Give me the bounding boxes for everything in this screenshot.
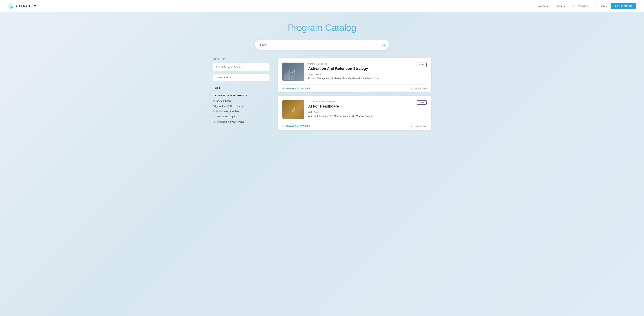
chevron-down-icon: ▾: [564, 4, 565, 8]
difficulty-icon: [410, 87, 413, 90]
search-button[interactable]: [381, 42, 386, 48]
chevron-down-icon: ▾: [548, 4, 550, 8]
sidebar-item-ai-product-manager[interactable]: AI Product Manager: [213, 115, 270, 118]
sidebar: FILTER BY Select Program Details ▾ Indus…: [213, 58, 270, 130]
program-card-healthcare: School of Artificial Intelligence AI For…: [278, 96, 431, 130]
program-card-activation: School of Business Activation And Retent…: [278, 58, 431, 92]
svg-line-1: [384, 45, 384, 46]
difficulty-activation: Intermediate: [410, 87, 427, 90]
bar1: [410, 126, 411, 128]
industry-skills-dropdown[interactable]: Industry Skills ▾: [213, 74, 270, 81]
sign-in-link[interactable]: Sign In: [600, 4, 608, 8]
search-input[interactable]: [260, 43, 381, 46]
get-started-button[interactable]: GET STARTED: [611, 3, 636, 9]
page-title: Program Catalog: [3, 22, 641, 33]
udacity-thumb-logo-ai: [290, 106, 297, 113]
nav-links: Programs ▾ Career ▾ For Enterprise ▾: [537, 4, 590, 8]
program-details-link-activation[interactable]: + PROGRAM DETAILS: [282, 87, 310, 90]
card-info-healthcare: School of Artificial Intelligence AI For…: [308, 100, 413, 119]
skills-text-healthcare: Artificial Intelligence, 2D Medical Imag…: [308, 114, 413, 118]
card-thumbnail-ai: [282, 100, 304, 119]
category-title-ai: ARTIFICIAL INTELLIGENCE: [213, 94, 270, 97]
programs-list: School of Business Activation And Retent…: [278, 58, 431, 130]
sidebar-item-ai-business[interactable]: AI for Business Leaders: [213, 110, 270, 113]
new-badge-healthcare: NEW: [417, 100, 427, 105]
bar3: [412, 87, 413, 90]
difficulty-icon-ai: [410, 125, 413, 128]
nav-divider: [596, 4, 596, 8]
main-content: FILTER BY Select Program Details ▾ Indus…: [204, 58, 440, 140]
bar2: [412, 126, 412, 128]
chevron-down-icon: ▾: [588, 4, 590, 8]
search-bar: [255, 40, 389, 50]
card-school-ai: School of Artificial Intelligence: [308, 100, 413, 103]
skills-label: Skills Covered: [308, 73, 413, 76]
sidebar-item-edge-ai[interactable]: Edge AI for IoT Developers: [213, 104, 270, 108]
all-indicator: [213, 86, 213, 90]
card-footer-activation: + PROGRAM DETAILS Intermediate: [282, 84, 427, 92]
select-program-details-dropdown[interactable]: Select Program Details ▾: [213, 63, 270, 71]
all-filter[interactable]: ALL: [213, 86, 270, 90]
udacity-logo-icon: [8, 3, 14, 9]
card-footer-healthcare: + PROGRAM DETAILS Intermediate: [282, 122, 427, 130]
skills-text-activation: Product Management, Activation Funnels, …: [308, 77, 413, 80]
card-school: School of Business: [308, 62, 413, 65]
category-list-ai: AI for Healthcare Edge AI for IoT Develo…: [213, 99, 270, 124]
filter-label: FILTER BY: [213, 58, 270, 60]
search-container: [0, 40, 644, 58]
nav-enterprise[interactable]: For Enterprise ▾: [572, 4, 589, 8]
bar2: [412, 88, 412, 90]
skills-label-ai: Skills Covered: [308, 111, 413, 114]
card-title-healthcare: AI For Healthcare: [308, 104, 413, 108]
card-thumbnail-business: [282, 62, 304, 81]
logo-text: UDACITY: [16, 4, 37, 8]
card-top-healthcare: School of Artificial Intelligence AI For…: [282, 100, 427, 122]
difficulty-healthcare: Intermediate: [410, 125, 427, 128]
nav-career[interactable]: Career ▾: [556, 4, 566, 8]
bar1: [410, 89, 411, 90]
card-top: School of Business Activation And Retent…: [282, 62, 427, 84]
bar3: [412, 125, 413, 128]
chevron-down-icon: ▾: [266, 66, 266, 68]
chevron-down-icon: ▾: [266, 76, 266, 79]
sidebar-item-ai-python[interactable]: AI Programming with Python: [213, 120, 270, 124]
search-icon: [381, 42, 385, 46]
hero-section: Program Catalog: [0, 12, 644, 40]
plus-icon: +: [282, 124, 284, 128]
nav-programs[interactable]: Programs ▾: [537, 4, 550, 8]
plus-icon: +: [282, 87, 284, 90]
sidebar-item-ai-healthcare[interactable]: AI for Healthcare: [213, 99, 270, 103]
program-details-link-healthcare[interactable]: + PROGRAM DETAILS: [282, 124, 310, 128]
new-badge-activation: NEW: [417, 62, 427, 67]
logo[interactable]: UDACITY: [8, 3, 37, 9]
card-title-activation: Activation And Retention Strategy: [308, 66, 413, 71]
navbar: UDACITY Programs ▾ Career ▾ For Enterpri…: [0, 0, 644, 12]
card-info-activation: School of Business Activation And Retent…: [308, 62, 413, 81]
